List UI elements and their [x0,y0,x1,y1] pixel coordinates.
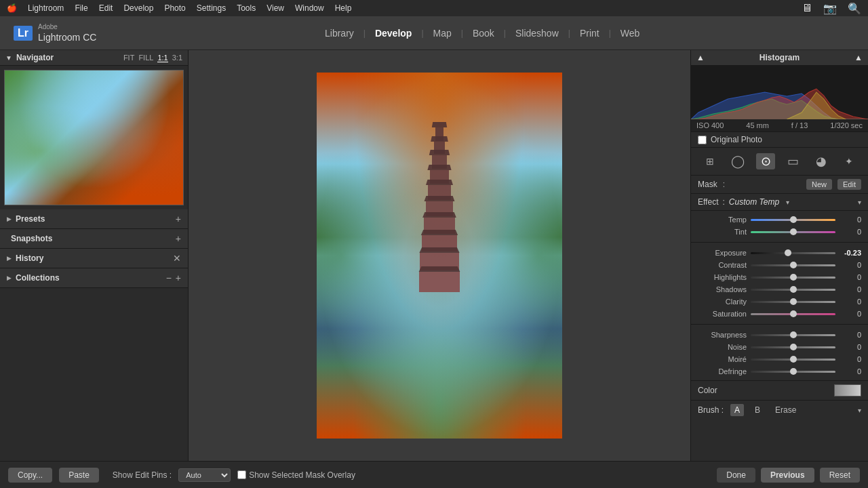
zoom-fit[interactable]: FIT [123,54,135,62]
tint-label: Tint [698,228,747,236]
nav-map[interactable]: Map [424,28,461,39]
circle-tool-icon[interactable]: ◯ [728,153,747,169]
app-logo: Lr Adobe Lightroom CC [14,22,96,43]
presets-section: ▶ Presets + [0,209,188,229]
history-header[interactable]: ▶ History ✕ [0,249,188,268]
collections-remove-icon[interactable]: − [166,272,172,283]
rect-filter-icon[interactable]: ▭ [784,153,803,169]
vignette-tool-icon[interactable]: ◕ [812,153,831,169]
shadows-slider-thumb[interactable] [790,286,797,293]
app-title: Adobe Lightroom CC [38,22,96,43]
nav-print[interactable]: Print [570,28,609,39]
collections-add-icon[interactable]: + [176,272,181,283]
contrast-slider-thumb[interactable] [790,262,797,268]
nav-library[interactable]: Library [315,28,363,39]
noise-slider-track[interactable] [751,346,835,348]
zoom-1-1[interactable]: 1:1 [157,54,167,62]
brush-chevron-icon[interactable]: ▾ [858,407,861,414]
exposure-slider-track[interactable] [751,252,835,254]
brush-option-a[interactable]: A [730,404,744,416]
sharpness-slider-thumb[interactable] [790,331,797,338]
moire-value: 0 [840,355,861,363]
menu-edit[interactable]: Edit [99,3,113,13]
zoom-fill[interactable]: FILL [138,54,153,62]
menu-develop[interactable]: Develop [123,3,153,13]
sharpness-value: 0 [840,331,861,339]
nav-web[interactable]: Web [611,28,650,39]
menu-window[interactable]: Window [295,3,324,13]
highlights-slider-thumb[interactable] [790,274,797,281]
done-button[interactable]: Done [717,468,755,483]
saturation-slider-track[interactable] [751,313,835,315]
zoom-3-1[interactable]: 3:1 [172,54,182,62]
tint-slider-thumb[interactable] [790,228,797,235]
main-photo[interactable] [317,73,562,439]
clarity-slider-track[interactable] [751,301,835,303]
defringe-slider-thumb[interactable] [790,368,797,375]
menu-settings[interactable]: Settings [197,3,226,13]
collections-header[interactable]: ▶ Collections − + [0,268,188,287]
mask-edit-button[interactable]: Edit [837,179,861,190]
search-icon[interactable]: 🔍 [848,2,861,15]
tool-icons-bar: ⊞ ◯ ⊙ ▭ ◕ ✦ [691,148,868,176]
effect-dropdown-icon[interactable]: ▾ [786,199,789,206]
collections-label: Collections [16,273,166,283]
histogram-header[interactable]: ▲ Histogram ▲ [691,50,868,65]
menu-lightroom[interactable]: Lightroom [28,3,64,13]
snapshots-header[interactable]: Snapshots + [0,229,188,248]
saturation-label: Saturation [698,310,747,318]
defringe-slider-track[interactable] [751,371,835,373]
navigator-thumbnail[interactable] [4,70,184,205]
menu-photo[interactable]: Photo [164,3,185,13]
radial-filter-icon[interactable]: ⊙ [756,153,775,169]
overlay-checkbox-label[interactable]: Show Selected Mask Overlay [237,470,355,480]
clarity-slider-thumb[interactable] [790,298,797,305]
original-photo-checkbox[interactable] [698,136,707,144]
overlay-checkbox[interactable] [237,470,246,479]
contrast-slider-track[interactable] [751,264,835,266]
temp-label: Temp [698,216,747,224]
shadows-slider-track[interactable] [751,289,835,291]
reset-button[interactable]: Reset [820,468,860,483]
mask-new-button[interactable]: New [806,179,832,190]
moire-slider-track[interactable] [751,359,835,361]
moire-slider-thumb[interactable] [790,356,797,363]
menu-help[interactable]: Help [335,3,352,13]
pins-select[interactable]: Auto Always Never Selected [178,468,231,482]
paste-button[interactable]: Paste [59,468,99,483]
clarity-slider-row: Clarity 0 [691,296,868,308]
nav-book[interactable]: Book [463,28,504,39]
nav-slideshow[interactable]: Slideshow [506,28,568,39]
highlights-slider-track[interactable] [751,277,835,279]
snapshots-label: Snapshots [11,234,176,243]
temp-slider-track[interactable] [751,219,835,221]
menu-view[interactable]: View [267,3,284,13]
copy-button[interactable]: Copy... [8,468,52,483]
exposure-slider-thumb[interactable] [785,249,791,256]
effect-chevron-icon[interactable]: ▾ [858,199,861,206]
apple-menu[interactable]: 🍎 [7,3,17,13]
adjustment-tool-icon[interactable]: ✦ [840,153,859,169]
brush-option-erase[interactable]: Erase [771,404,800,416]
camera-icon: 📷 [823,2,837,15]
menu-file[interactable]: File [75,3,87,13]
histogram-clip-right-icon: ▲ [854,53,863,62]
sharpness-slider-track[interactable] [751,334,835,336]
presets-add-icon[interactable]: + [176,214,181,224]
brush-option-b[interactable]: B [751,404,764,416]
history-clear-icon[interactable]: ✕ [173,253,181,264]
menu-tools[interactable]: Tools [237,3,256,13]
noise-slider-thumb[interactable] [790,344,797,350]
saturation-slider-thumb[interactable] [790,310,797,317]
nav-develop[interactable]: Develop [366,28,421,39]
noise-label: Noise [698,343,747,351]
previous-button[interactable]: Previous [761,468,814,483]
tint-slider-track[interactable] [751,231,835,233]
presets-header[interactable]: ▶ Presets + [0,209,188,228]
navigator-header[interactable]: ▼ Navigator FIT FILL 1:1 3:1 [0,50,188,66]
color-swatch[interactable] [834,384,861,396]
temp-slider-thumb[interactable] [790,216,797,223]
grid-tool-icon[interactable]: ⊞ [701,153,719,169]
navigator-preview [0,66,188,209]
snapshots-add-icon[interactable]: + [176,233,181,244]
